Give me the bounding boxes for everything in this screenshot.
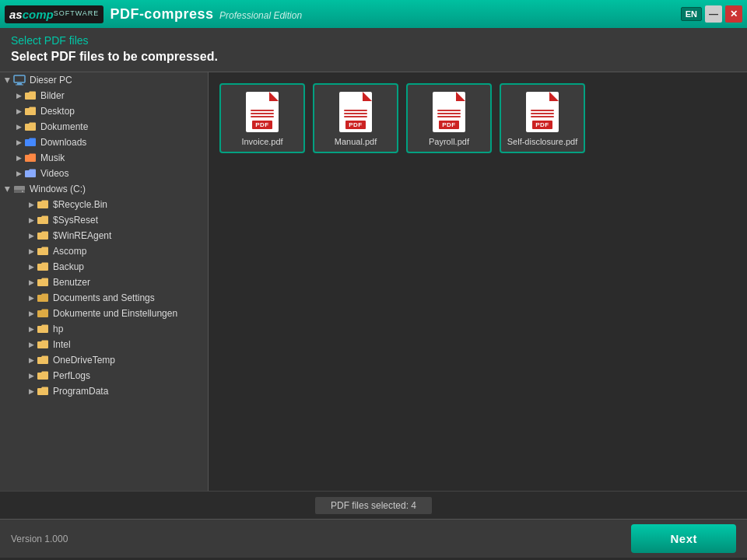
chevron-icon: ▶ — [14, 107, 23, 116]
tree-label: Documents and Settings — [53, 292, 155, 303]
chevron-icon: ▶ — [26, 278, 36, 287]
tree-item-winreagent[interactable]: ▶$WinREAgent — [0, 228, 208, 243]
folder-icon — [12, 184, 26, 194]
folder-icon — [23, 168, 37, 179]
folder-icon — [23, 106, 37, 117]
tree-item-recycle-bin[interactable]: ▶$Recycle.Bin — [0, 197, 208, 212]
pdf-icon: PDF — [243, 90, 282, 134]
main-content: ▶Dieser PC▶Bilder▶Desktop▶Dokumente▶Down… — [0, 72, 747, 491]
tree-label: Desktop — [40, 106, 75, 117]
tree-label: Benutzer — [53, 277, 90, 288]
tree-label: Dokumente — [40, 121, 88, 132]
pdf-badge: PDF — [532, 121, 552, 129]
chevron-icon: ▶ — [26, 371, 36, 380]
chevron-icon: ▶ — [26, 324, 36, 334]
chevron-icon: ▶ — [14, 169, 23, 178]
pdf-badge: PDF — [439, 121, 459, 129]
folder-icon — [23, 152, 37, 163]
footer: Version 1.000 Next — [0, 519, 747, 558]
app-title-area: PDF-compress Professional Edition — [110, 6, 302, 23]
pdf-item-payroll[interactable]: PDF Payroll.pdf — [406, 83, 492, 153]
chevron-icon: ▶ — [26, 340, 36, 349]
file-display-area: PDF Invoice.pdf PDF Manual.pdf — [209, 72, 747, 491]
chevron-icon: ▶ — [14, 122, 23, 131]
tree-item-ascomp[interactable]: ▶Ascomp — [0, 243, 208, 259]
tree-item-dokumente[interactable]: ▶Dokumente — [0, 119, 208, 135]
tree-label: Intel — [53, 339, 71, 350]
language-badge: EN — [681, 7, 702, 21]
pdf-filename: Invoice.pdf — [241, 137, 282, 146]
tree-item-windows-c[interactable]: ▶Windows (C:) — [0, 181, 208, 197]
tree-item-benutzer[interactable]: ▶Benutzer — [0, 275, 208, 290]
tree-label: Musik — [40, 152, 65, 163]
tree-scroll-area[interactable]: ▶Dieser PC▶Bilder▶Desktop▶Dokumente▶Down… — [0, 72, 208, 491]
chevron-icon: ▶ — [14, 91, 23, 100]
pdf-badge: PDF — [345, 121, 366, 129]
pdf-item-manual[interactable]: PDF Manual.pdf — [313, 83, 398, 153]
chevron-icon: ▶ — [26, 293, 36, 303]
app-edition: Professional Edition — [219, 10, 302, 21]
tree-label: $Recycle.Bin — [53, 199, 107, 210]
titlebar: ascomp SOFTWARE PDF-compress Professiona… — [0, 0, 747, 28]
tree-item-hp[interactable]: ▶hp — [0, 321, 208, 337]
tree-label: Downloads — [40, 137, 86, 148]
pdf-icon: PDF — [430, 90, 468, 134]
chevron-icon: ▶ — [26, 247, 36, 256]
tree-item-programdata[interactable]: ▶ProgramData — [0, 383, 208, 399]
chevron-icon: ▶ — [26, 355, 36, 365]
folder-icon — [23, 137, 37, 148]
tree-item-videos[interactable]: ▶Videos — [0, 166, 208, 181]
svg-point-5 — [22, 191, 23, 192]
folder-icon — [23, 90, 37, 101]
folder-icon — [36, 308, 50, 319]
tree-item-intel[interactable]: ▶Intel — [0, 337, 208, 352]
tree-item-perflogs[interactable]: ▶PerfLogs — [0, 368, 208, 383]
logo-area: ascomp SOFTWARE PDF-compress Professiona… — [5, 5, 302, 23]
titlebar-controls: EN — ✕ — [681, 5, 742, 23]
tree-item-backup[interactable]: ▶Backup — [0, 259, 208, 275]
tree-item-bilder[interactable]: ▶Bilder — [0, 88, 208, 103]
folder-icon — [36, 339, 50, 350]
logo-comp: comp — [23, 8, 54, 21]
tree-label: ProgramData — [53, 386, 108, 397]
folder-icon — [36, 199, 50, 210]
svg-rect-2 — [16, 85, 23, 86]
file-tree-sidebar: ▶Dieser PC▶Bilder▶Desktop▶Dokumente▶Down… — [0, 72, 209, 491]
tree-label: Backup — [53, 261, 84, 272]
folder-icon — [36, 370, 50, 381]
next-button[interactable]: Next — [631, 524, 736, 553]
pdf-item-self-disclosure[interactable]: PDF Self-disclosure.pdf — [500, 83, 585, 153]
tree-item-documents-settings[interactable]: ▶Documents and Settings — [0, 290, 208, 306]
tree-item-dokumente-einstellungen[interactable]: ▶Dokumente und Einstellungen — [0, 306, 208, 321]
tree-item-sysreset[interactable]: ▶$SysReset — [0, 212, 208, 228]
minimize-button[interactable]: — — [705, 5, 722, 23]
folder-icon — [12, 75, 26, 86]
header-subtitle: Select PDF files to be compressed. — [11, 50, 736, 64]
folder-icon — [36, 292, 50, 303]
chevron-icon: ▶ — [14, 153, 23, 163]
folder-icon — [36, 246, 50, 257]
tree-label: $WinREAgent — [53, 230, 111, 241]
pdf-item-invoice[interactable]: PDF Invoice.pdf — [219, 83, 305, 153]
tree-item-downloads[interactable]: ▶Downloads — [0, 135, 208, 150]
folder-icon — [36, 261, 50, 272]
pdf-icon: PDF — [523, 90, 562, 134]
folder-icon — [36, 215, 50, 226]
header-title: Select PDF files — [11, 34, 736, 47]
tree-item-dieser-pc[interactable]: ▶Dieser PC — [0, 72, 208, 88]
pdf-filename: Self-disclosure.pdf — [507, 137, 578, 146]
logo-box: ascomp SOFTWARE — [5, 5, 103, 23]
folder-icon — [36, 324, 50, 334]
header: Select PDF files Select PDF files to be … — [0, 28, 747, 72]
status-text: PDF files selected: 4 — [315, 497, 432, 514]
tree-item-musik[interactable]: ▶Musik — [0, 150, 208, 166]
tree-item-desktop[interactable]: ▶Desktop — [0, 103, 208, 119]
close-button[interactable]: ✕ — [725, 5, 742, 23]
pdf-filename: Manual.pdf — [335, 137, 377, 146]
pdf-filename: Payroll.pdf — [429, 137, 469, 146]
tree-label: Windows (C:) — [30, 184, 86, 194]
tree-label: $SysReset — [53, 215, 98, 226]
app-name: PDF-compress — [110, 6, 213, 22]
chevron-icon: ▶ — [14, 138, 23, 147]
tree-item-onedrivetemp[interactable]: ▶OneDriveTemp — [0, 352, 208, 368]
